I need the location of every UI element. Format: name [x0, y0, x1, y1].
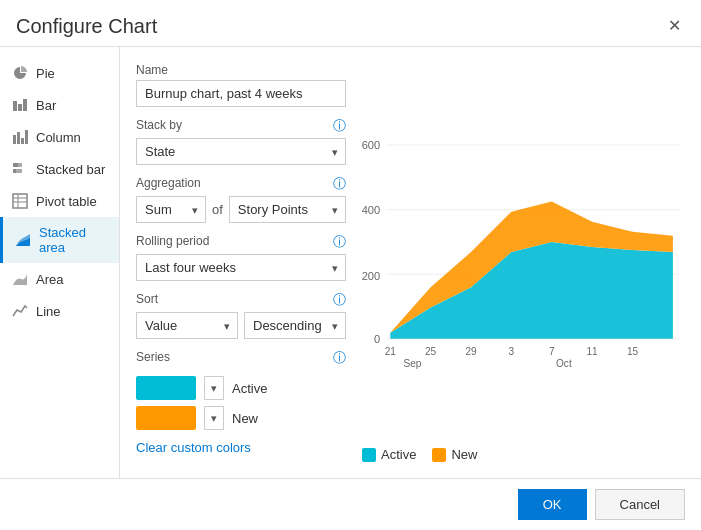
svg-text:7: 7	[549, 346, 555, 357]
sidebar-item-stacked-area[interactable]: Stacked area	[0, 217, 119, 263]
svg-text:3: 3	[509, 346, 515, 357]
sort-info-icon[interactable]: ⓘ	[333, 291, 346, 309]
stack-by-label: Stack by	[136, 118, 182, 132]
svg-rect-2	[23, 99, 27, 111]
sidebar-item-line[interactable]: Line	[0, 295, 119, 327]
sort-label-row: Sort ⓘ	[136, 291, 346, 309]
name-field-group: Name	[136, 63, 346, 107]
active-series-label: Active	[232, 381, 267, 396]
dialog-header: Configure Chart ✕	[0, 0, 701, 47]
sort-label: Sort	[136, 292, 158, 306]
area-chart-icon	[12, 271, 28, 287]
sidebar-item-pivot-table[interactable]: Pivot table	[0, 185, 119, 217]
rolling-period-field-group: Rolling period ⓘ Last four weeks	[136, 233, 346, 281]
svg-text:Sep: Sep	[404, 358, 422, 369]
svg-rect-7	[13, 163, 18, 167]
series-info-icon[interactable]: ⓘ	[333, 349, 346, 367]
pie-chart-icon	[12, 65, 28, 81]
svg-text:15: 15	[627, 346, 639, 357]
svg-text:200: 200	[362, 270, 380, 282]
dialog-footer: OK Cancel	[0, 478, 701, 530]
form-panel: Name Stack by ⓘ State	[136, 63, 346, 462]
stack-by-select[interactable]: State	[136, 138, 346, 165]
sort-order-wrap: Descending	[244, 312, 346, 339]
stacked-area-icon	[15, 232, 31, 248]
sort-row: Value Descending	[136, 312, 346, 339]
clear-custom-colors-link[interactable]: Clear custom colors	[136, 440, 346, 455]
sidebar-item-bar-label: Bar	[36, 98, 56, 113]
aggregation-label: Aggregation	[136, 176, 201, 190]
svg-text:0: 0	[374, 333, 380, 345]
svg-rect-3	[13, 135, 16, 144]
legend-label-new: New	[451, 447, 477, 462]
dialog-body: Pie Bar Column Stacked bar	[0, 47, 701, 478]
active-color-swatch[interactable]	[136, 376, 196, 400]
legend-item-new: New	[432, 447, 477, 462]
svg-rect-8	[18, 163, 22, 167]
sidebar-item-pie[interactable]: Pie	[0, 57, 119, 89]
aggregation-field-select[interactable]: Story Points	[229, 196, 346, 223]
new-color-swatch[interactable]	[136, 406, 196, 430]
sidebar-item-area[interactable]: Area	[0, 263, 119, 295]
stack-by-select-wrap: State	[136, 138, 346, 165]
name-input[interactable]	[136, 80, 346, 107]
active-swatch-dropdown[interactable]: ▾	[204, 376, 224, 400]
cancel-button[interactable]: Cancel	[595, 489, 685, 520]
aggregation-row: Sum of Story Points	[136, 196, 346, 223]
sidebar-item-pivot-label: Pivot table	[36, 194, 97, 209]
svg-text:600: 600	[362, 139, 380, 151]
bar-chart-icon	[12, 97, 28, 113]
dialog-title: Configure Chart	[16, 15, 157, 38]
sort-by-select[interactable]: Value	[136, 312, 238, 339]
svg-text:29: 29	[465, 346, 477, 357]
rolling-period-label: Rolling period	[136, 234, 209, 248]
sort-order-select[interactable]: Descending	[244, 312, 346, 339]
aggregation-label-row: Aggregation ⓘ	[136, 175, 346, 193]
svg-text:21: 21	[385, 346, 397, 357]
stack-by-info-icon[interactable]: ⓘ	[333, 117, 346, 135]
aggregation-func-select[interactable]: Sum	[136, 196, 206, 223]
main-content: Name Stack by ⓘ State	[120, 47, 701, 478]
sidebar-item-stacked-bar[interactable]: Stacked bar	[0, 153, 119, 185]
line-chart-icon	[12, 303, 28, 319]
new-series-label: New	[232, 411, 258, 426]
of-label: of	[212, 202, 223, 217]
aggregation-field-group: Aggregation ⓘ Sum of Story Points	[136, 175, 346, 223]
sidebar-item-line-label: Line	[36, 304, 61, 319]
stack-by-label-row: Stack by ⓘ	[136, 117, 346, 135]
legend-dot-new	[432, 448, 446, 462]
sort-field-group: Sort ⓘ Value Descending	[136, 291, 346, 339]
svg-rect-11	[13, 194, 27, 208]
legend-item-active: Active	[362, 447, 416, 462]
series-label: Series	[136, 350, 170, 364]
sidebar-item-stacked-area-label: Stacked area	[39, 225, 107, 255]
svg-rect-9	[13, 169, 16, 173]
legend-label-active: Active	[381, 447, 416, 462]
rolling-label-row: Rolling period ⓘ	[136, 233, 346, 251]
pivot-icon	[12, 193, 28, 209]
rolling-period-select[interactable]: Last four weeks	[136, 254, 346, 281]
sidebar-item-area-label: Area	[36, 272, 63, 287]
chart-legend: Active New	[362, 441, 685, 462]
sidebar-item-column[interactable]: Column	[0, 121, 119, 153]
configure-chart-dialog: Configure Chart ✕ Pie Bar Column	[0, 0, 701, 530]
new-swatch-dropdown[interactable]: ▾	[204, 406, 224, 430]
svg-rect-6	[25, 130, 28, 144]
series-item-active: ▾ Active	[136, 376, 346, 400]
close-button[interactable]: ✕	[664, 14, 685, 38]
name-label: Name	[136, 63, 346, 77]
sidebar-item-bar[interactable]: Bar	[0, 89, 119, 121]
rolling-info-icon[interactable]: ⓘ	[333, 233, 346, 251]
stacked-bar-icon	[12, 161, 28, 177]
chart-panel: 600 400 200 0	[362, 63, 685, 462]
svg-text:11: 11	[587, 346, 599, 357]
aggregation-info-icon[interactable]: ⓘ	[333, 175, 346, 193]
chart-area: 600 400 200 0	[362, 63, 685, 441]
aggregation-func-wrap: Sum	[136, 196, 206, 223]
svg-rect-0	[13, 101, 17, 111]
series-field-group: Series ⓘ ▾ Active ▾ New Clear custom col…	[136, 349, 346, 455]
rolling-period-select-wrap: Last four weeks	[136, 254, 346, 281]
ok-button[interactable]: OK	[518, 489, 587, 520]
svg-rect-1	[18, 104, 22, 111]
series-label-row: Series ⓘ	[136, 349, 346, 367]
